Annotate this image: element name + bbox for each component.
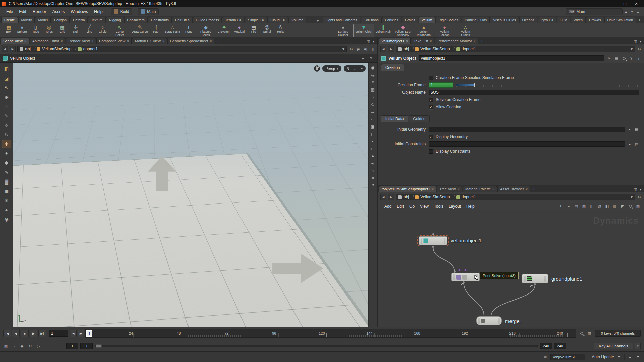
pane-menu-icon[interactable]: ▾ — [638, 39, 643, 44]
node-groundplane1[interactable] — [522, 274, 548, 283]
shelf-tool-curve-bezier[interactable]: ∿Curve Bezier — [109, 24, 130, 37]
network-organize-icon[interactable]: ✚ — [558, 203, 564, 209]
current-frame-field[interactable]: 1 — [49, 330, 68, 337]
add-pane-tab-button[interactable]: + — [531, 186, 537, 192]
display-constraints-checkbox[interactable] — [429, 149, 433, 154]
close-tab-icon[interactable]: × — [24, 39, 26, 43]
camera-selector[interactable]: No cam▾ — [344, 65, 366, 72]
tab-guides[interactable]: Guides — [409, 115, 429, 122]
update-spin-down-icon[interactable]: ▾ — [635, 354, 641, 360]
initial-constraints-field[interactable] — [429, 141, 625, 147]
crumb-dopnet1[interactable]: dopnet1 — [456, 47, 476, 51]
secure-selection-icon[interactable]: ◉ — [2, 93, 11, 101]
playback-range-slider[interactable] — [95, 345, 538, 347]
close-tab-icon[interactable]: × — [406, 39, 408, 43]
pane-split-icon[interactable]: ◫ — [633, 187, 638, 192]
network-canvas[interactable]: Dynamics vellumobject1 — [378, 210, 644, 327]
pane-tab-motion-fx-view[interactable]: Motion FX View× — [132, 38, 167, 44]
shelf-tab-fem[interactable]: FEM — [557, 17, 570, 23]
creation-frame-field[interactable]: 1 — [429, 82, 453, 88]
shelf-tab-guide-process[interactable]: Guide Process — [193, 17, 222, 23]
desktop-spin-down-icon[interactable]: ▾ — [629, 9, 635, 14]
pane-tab-take-list[interactable]: Take List× — [411, 38, 434, 44]
shelf-tab-simple-fx[interactable]: Simple FX — [245, 17, 267, 23]
shelf-tab-create[interactable]: Create — [1, 17, 18, 23]
gear-icon[interactable]: ✳ — [606, 56, 612, 61]
view-tool-icon[interactable]: ◉ — [2, 215, 11, 223]
translate-tool-icon[interactable]: ✛ — [2, 121, 11, 129]
display-options-icon[interactable]: ≡ — [360, 56, 366, 61]
shelf-tool-helix[interactable]: §Helix — [274, 24, 287, 37]
pane-tab-composite-view[interactable]: Composite View× — [96, 38, 132, 44]
shelf-tool-sphere[interactable]: ●Sphere — [15, 24, 29, 37]
onion-skin-icon[interactable]: ◌ — [370, 168, 376, 174]
next-key-button[interactable]: |▶ — [78, 330, 84, 337]
multisnap-icon[interactable]: ◇ — [370, 101, 376, 107]
projection-selector[interactable]: Persp▾ — [322, 65, 341, 72]
shelf-tool-box[interactable]: ▦Box — [2, 24, 15, 37]
prev-key-button[interactable]: ◀| — [71, 330, 77, 337]
smooth-shading-icon[interactable]: ● — [370, 153, 376, 159]
pane-tab-geometry-spreadsheet[interactable]: Geometry Spreadsheet× — [167, 38, 215, 44]
pane-tab-scene-view[interactable]: Scene View× — [1, 38, 29, 44]
play-button[interactable]: ▶ — [30, 330, 37, 337]
network-menu-go[interactable]: Go — [407, 203, 417, 209]
menu-help[interactable]: Help — [91, 8, 106, 15]
jump-start-button[interactable]: |◀ — [3, 330, 11, 337]
shelf-tool-draw-curve[interactable]: ✎Draw Curve — [130, 24, 150, 37]
shelf-tab-texture[interactable]: Texture — [88, 17, 105, 23]
minimap-icon[interactable]: ▦ — [635, 203, 641, 209]
key-all-channels-button[interactable]: Key All Channels — [594, 343, 633, 349]
menu-assets[interactable]: Assets — [49, 8, 68, 15]
minimize-button[interactable]: – — [608, 0, 619, 7]
shelf-tool-vellum-balloon[interactable]: ●Vellum Balloon — [434, 24, 455, 37]
path-dropdown-icon[interactable]: ▾ — [342, 47, 344, 51]
shelf-tab-model[interactable]: Model — [35, 17, 51, 23]
add-pane-tab-button[interactable]: + — [479, 38, 485, 44]
close-tab-icon[interactable]: × — [430, 39, 432, 43]
range-options-icon[interactable]: ▷ — [36, 343, 41, 349]
background-image-icon[interactable]: ◩ — [620, 203, 625, 209]
shelf-tab-pyro-fx[interactable]: Pyro FX — [538, 17, 556, 23]
reference-image-icon[interactable]: ▭ — [370, 116, 376, 122]
crumb-obj[interactable]: obj — [398, 195, 414, 199]
desktop-spin-up-icon[interactable]: ▴ — [623, 9, 629, 14]
node-chooser-icon[interactable]: ▸ — [627, 141, 632, 147]
node-name-field[interactable]: vellumobject1 — [419, 55, 604, 61]
pane-tab-vellumobject1[interactable]: vellumobject1× — [379, 38, 411, 44]
update-spin-up-icon[interactable]: ▴ — [627, 354, 633, 360]
add-pane-tab-button[interactable]: + — [215, 38, 221, 44]
creation-frame-slider[interactable] — [456, 83, 639, 87]
desktop-combo[interactable]: ⌨ Main — [566, 8, 623, 15]
network-menu-layout[interactable]: Layout — [446, 203, 464, 209]
add-shelf-tab-button[interactable]: + — [307, 17, 313, 23]
select-tool-icon[interactable]: ↖ — [2, 84, 11, 92]
path-dropdown-icon[interactable]: ▾ — [631, 195, 633, 199]
network-menu-edit[interactable]: Edit — [394, 203, 407, 209]
construction-plane-icon[interactable]: ▱ — [370, 108, 376, 115]
nav-forward-button[interactable]: ▶ — [10, 46, 16, 52]
shelf-tab-lights-and-cameras[interactable]: Lights and Cameras — [323, 17, 360, 23]
close-tab-icon[interactable]: × — [91, 39, 93, 43]
allow-caching-checkbox[interactable]: ✓ — [429, 105, 433, 109]
shelf-tab-terrain-fx[interactable]: Terrain FX — [222, 17, 244, 23]
pane-layout-icon[interactable]: ◫ — [370, 46, 375, 52]
timeline-zoom-icon[interactable] — [579, 331, 584, 336]
range-slider-thumb[interactable] — [96, 344, 102, 348]
crumb-vellumsimsetup[interactable]: VellumSimSetup — [37, 47, 76, 51]
shelf-tool-spray-paint[interactable]: ∴Spray Paint — [163, 24, 182, 37]
scene-graph-icon[interactable]: ◪ — [2, 74, 11, 82]
crumb-obj[interactable]: obj — [20, 47, 35, 51]
pane-tab-tree-view[interactable]: Tree View× — [437, 186, 462, 192]
shelf-tab-volume[interactable]: Volume — [288, 17, 306, 23]
crumb-dopnet1[interactable]: dopnet1 — [78, 47, 98, 51]
isolate-selection-icon[interactable]: ◎ — [370, 72, 376, 78]
close-tab-icon[interactable]: × — [162, 39, 164, 43]
pane-tab-obj-vellumsimsetup-dopnet1[interactable]: /obj/VellumSimSetup/dopnet1× — [379, 186, 436, 192]
close-tab-icon[interactable]: × — [61, 39, 63, 43]
crumb-vellumsimsetup[interactable]: VellumSimSetup — [415, 47, 454, 51]
shelf-tool-null[interactable]: ✛Null — [69, 24, 83, 37]
pin-icon[interactable]: ⊙ — [637, 194, 642, 200]
shelf-tab-polygon[interactable]: Polygon — [51, 17, 70, 23]
network-menu-help[interactable]: Help — [464, 203, 477, 209]
